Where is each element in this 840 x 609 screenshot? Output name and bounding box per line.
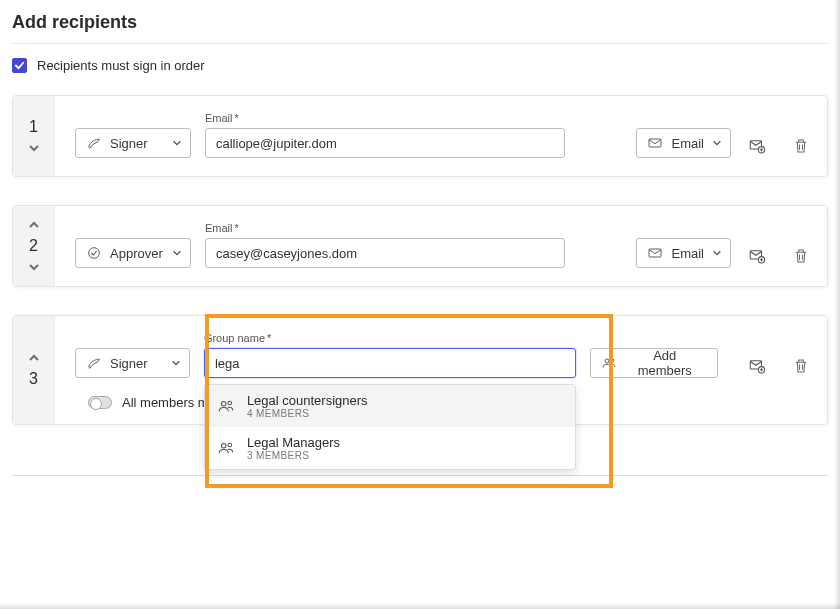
group-name-input[interactable]: [204, 348, 576, 378]
envelope-icon: [647, 245, 663, 261]
role-selector[interactable]: Signer: [75, 348, 190, 378]
chevron-up-icon[interactable]: [28, 352, 40, 364]
email-input[interactable]: [205, 128, 565, 158]
svg-rect-0: [649, 139, 661, 147]
group-suggestions-dropdown: Legal countersigners 4 MEMBERS Legal Man…: [204, 384, 576, 470]
check-circle-icon: [86, 245, 102, 261]
add-members-button[interactable]: Add members: [590, 348, 718, 378]
role-label: Approver: [110, 246, 164, 261]
svg-point-10: [228, 443, 232, 447]
chevron-down-icon[interactable]: [28, 261, 40, 273]
email-input[interactable]: [205, 238, 565, 268]
group-icon: [217, 397, 235, 415]
add-members-label: Add members: [625, 348, 705, 378]
add-attachment-button[interactable]: [746, 354, 770, 378]
chevron-down-icon: [712, 248, 722, 258]
group-name-label: Group name*: [204, 332, 576, 344]
group-suggestion-meta: 3 MEMBERS: [247, 450, 340, 461]
check-icon: [14, 60, 25, 71]
trash-icon: [792, 357, 810, 375]
order-column: 1: [13, 96, 55, 176]
page-title: Add recipients: [12, 8, 828, 44]
role-label: Signer: [110, 356, 163, 371]
order-number: 2: [29, 237, 38, 255]
chevron-down-icon[interactable]: [28, 142, 40, 154]
email-label: Email*: [205, 222, 565, 234]
message-plus-icon: [748, 247, 766, 265]
group-suggestion-item[interactable]: Legal Managers 3 MEMBERS: [205, 427, 575, 469]
add-attachment-button[interactable]: [745, 134, 769, 158]
bottom-rule: [12, 475, 828, 476]
delete-button[interactable]: [789, 354, 813, 378]
chevron-up-icon[interactable]: [28, 219, 40, 231]
sign-order-label: Recipients must sign in order: [37, 58, 205, 73]
sign-order-checkbox[interactable]: [12, 58, 27, 73]
all-members-toggle[interactable]: [88, 396, 112, 409]
message-plus-icon: [748, 357, 766, 375]
chevron-down-icon: [171, 358, 181, 368]
svg-point-9: [221, 444, 226, 449]
trash-icon: [792, 137, 810, 155]
group-suggestion-item[interactable]: Legal countersigners 4 MEMBERS: [205, 385, 575, 427]
order-number: 3: [29, 370, 38, 388]
page-shadow-right: [834, 0, 840, 492]
svg-point-8: [228, 401, 232, 405]
chevron-down-icon: [172, 138, 182, 148]
delivery-label: Email: [671, 136, 704, 151]
email-label: Email*: [205, 112, 565, 124]
message-plus-icon: [748, 137, 766, 155]
recipient-row: 2 Approver Email* Email: [12, 205, 828, 287]
order-number: 1: [29, 118, 38, 136]
svg-point-7: [221, 402, 226, 407]
delete-button[interactable]: [789, 244, 813, 268]
role-selector[interactable]: Approver: [75, 238, 191, 268]
delete-button[interactable]: [789, 134, 813, 158]
svg-point-3: [89, 248, 100, 259]
group-suggestion-meta: 4 MEMBERS: [247, 408, 368, 419]
svg-point-11: [605, 359, 609, 363]
delivery-selector[interactable]: Email: [636, 238, 731, 268]
order-column: 3: [13, 316, 55, 424]
role-selector[interactable]: Signer: [75, 128, 191, 158]
role-label: Signer: [110, 136, 164, 151]
chevron-down-icon: [172, 248, 182, 258]
recipient-row: 1 Signer Email* Email: [12, 95, 828, 177]
group-suggestion-name: Legal Managers: [247, 435, 340, 450]
add-attachment-button[interactable]: [745, 244, 769, 268]
group-icon: [601, 355, 617, 371]
chevron-down-icon: [712, 138, 722, 148]
sign-order-row: Recipients must sign in order: [12, 58, 828, 73]
pen-icon: [86, 355, 102, 371]
group-suggestion-name: Legal countersigners: [247, 393, 368, 408]
trash-icon: [792, 247, 810, 265]
delivery-selector[interactable]: Email: [636, 128, 731, 158]
delivery-label: Email: [671, 246, 704, 261]
svg-point-12: [611, 359, 614, 362]
recipient-row-group: 3 Signer Group name* Legal countersigner…: [12, 315, 828, 425]
envelope-icon: [647, 135, 663, 151]
group-icon: [217, 439, 235, 457]
pen-icon: [86, 135, 102, 151]
svg-rect-4: [649, 249, 661, 257]
order-column: 2: [13, 206, 55, 286]
